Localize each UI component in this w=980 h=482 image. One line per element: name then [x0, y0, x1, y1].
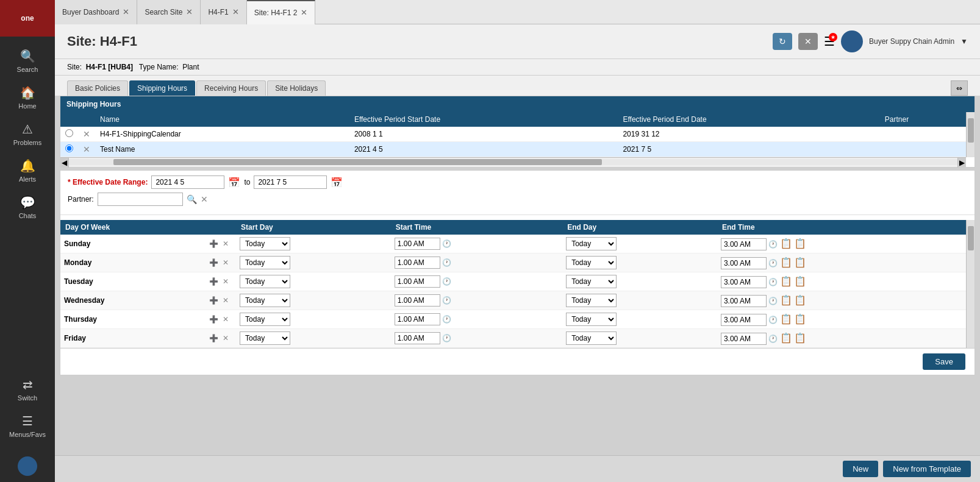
new-from-template-button[interactable]: New from Template — [883, 461, 971, 477]
partner-search-icon[interactable]: 🔍 — [187, 194, 197, 204]
dow-end-day-select[interactable]: TodayTomorrowYesterday — [566, 331, 617, 345]
new-button[interactable]: New — [843, 461, 878, 477]
tab-h4-f1[interactable]: H4-F1 ✕ — [201, 0, 246, 24]
sidebar-item-alerts[interactable]: 🔔 Alerts — [0, 152, 55, 189]
dow-copy-icon[interactable]: 📋 — [780, 276, 792, 286]
close-button[interactable]: ✕ — [798, 33, 818, 50]
tab-close-search-site[interactable]: ✕ — [186, 7, 193, 16]
dow-end-time-icon[interactable]: 🕐 — [768, 316, 778, 324]
tab-search-site[interactable]: Search Site ✕ — [137, 0, 201, 24]
sh-row-delete-icon[interactable]: ✕ — [83, 144, 90, 154]
scroll-left-btn[interactable]: ◀ — [60, 158, 69, 168]
dow-copy-icon[interactable]: 📋 — [780, 333, 792, 343]
dow-start-time-icon[interactable]: 🕐 — [442, 334, 451, 342]
eff-date-start[interactable] — [151, 175, 224, 189]
dow-start-day-select[interactable]: TodayTomorrowYesterday — [240, 256, 290, 269]
dow-start-time-input[interactable] — [395, 332, 440, 344]
sidebar-item-switch[interactable]: ⇄ Switch — [0, 371, 55, 408]
dow-start-time-input[interactable] — [395, 294, 440, 307]
dow-copy-icon[interactable]: 📋 — [780, 257, 792, 268]
sidebar-item-home[interactable]: 🏠 Home — [0, 79, 55, 116]
sidebar-item-menus-favs[interactable]: ☰ Menus/Favs — [0, 408, 55, 444]
dow-start-day-select[interactable]: TodayTomorrowYesterday — [240, 275, 290, 288]
sh-row-radio[interactable] — [65, 144, 73, 152]
partner-input[interactable] — [98, 193, 183, 206]
dow-add-icon[interactable]: ➕ — [209, 315, 218, 324]
sh-horizontal-scrollbar[interactable]: ◀ ▶ — [60, 157, 966, 167]
dow-start-day-select[interactable]: TodayTomorrowYesterday — [240, 313, 290, 326]
dow-vertical-scrollbar[interactable] — [966, 220, 975, 348]
sh-vertical-scrollbar[interactable] — [966, 112, 975, 157]
dow-delete-icon[interactable]: ✕ — [223, 258, 229, 267]
dow-paste-icon[interactable]: 📋 — [794, 333, 806, 343]
dow-paste-icon[interactable]: 📋 — [794, 238, 806, 249]
tab-site-h4-f1-2[interactable]: Site: H4-F1 2 ✕ — [247, 0, 316, 24]
sh-table-row[interactable]: ✕ H4-F1-ShippingCalendar 2008 1 1 2019 3… — [60, 127, 975, 142]
refresh-button[interactable]: ↻ — [773, 33, 792, 50]
dow-add-icon[interactable]: ➕ — [209, 258, 218, 267]
calendar-start-icon[interactable]: 📅 — [228, 177, 240, 188]
tab-buyer-dashboard[interactable]: Buyer Dashboard ✕ — [55, 0, 137, 24]
dow-end-time-icon[interactable]: 🕐 — [768, 259, 778, 268]
dow-add-icon[interactable]: ➕ — [209, 296, 218, 305]
user-dropdown-arrow[interactable]: ▼ — [960, 37, 968, 46]
dow-end-time-input[interactable] — [721, 276, 767, 288]
eff-date-end[interactable] — [254, 175, 327, 189]
dow-start-time-icon[interactable]: 🕐 — [442, 239, 451, 248]
dow-start-day-select[interactable]: TodayTomorrowYesterday — [240, 237, 290, 250]
dow-start-day-select[interactable]: TodayTomorrowYesterday — [240, 294, 290, 307]
tab-site-holidays[interactable]: Site Holidays — [267, 80, 326, 96]
sidebar-item-problems[interactable]: ⚠ Problems — [0, 116, 55, 152]
dow-delete-icon[interactable]: ✕ — [223, 315, 229, 324]
dow-end-day-select[interactable]: TodayTomorrowYesterday — [566, 313, 617, 326]
dow-end-day-select[interactable]: TodayTomorrowYesterday — [566, 237, 617, 250]
tab-close-h4-f1[interactable]: ✕ — [232, 7, 239, 16]
dow-delete-icon[interactable]: ✕ — [223, 239, 229, 248]
tab-basic-policies[interactable]: Basic Policies — [67, 80, 128, 96]
dow-end-time-input[interactable] — [721, 257, 767, 269]
tab-shipping-hours[interactable]: Shipping Hours — [129, 80, 195, 96]
dow-start-time-icon[interactable]: 🕐 — [442, 296, 451, 305]
dow-paste-icon[interactable]: 📋 — [794, 295, 806, 305]
dow-paste-icon[interactable]: 📋 — [794, 314, 806, 324]
save-button[interactable]: Save — [923, 353, 965, 370]
dow-start-day-select[interactable]: TodayTomorrowYesterday — [240, 331, 290, 345]
dow-start-time-input[interactable] — [395, 238, 440, 250]
dow-delete-icon[interactable]: ✕ — [223, 296, 229, 305]
dow-end-day-select[interactable]: TodayTomorrowYesterday — [566, 275, 617, 288]
dow-copy-icon[interactable]: 📋 — [780, 295, 792, 305]
dow-end-time-icon[interactable]: 🕐 — [768, 278, 778, 286]
dow-delete-icon[interactable]: ✕ — [223, 334, 229, 342]
scroll-right-btn[interactable]: ▶ — [957, 158, 966, 168]
dow-paste-icon[interactable]: 📋 — [794, 276, 806, 286]
sh-table-row[interactable]: ✕ Test Name 2021 4 5 2021 7 5 — [60, 142, 975, 157]
dow-add-icon[interactable]: ➕ — [209, 239, 218, 248]
sidebar-item-user-avatar-bottom[interactable] — [0, 450, 55, 482]
dow-delete-icon[interactable]: ✕ — [223, 277, 229, 286]
dow-end-time-icon[interactable]: 🕐 — [768, 240, 778, 249]
dow-paste-icon[interactable]: 📋 — [794, 257, 806, 268]
tab-close-buyer-dashboard[interactable]: ✕ — [123, 7, 129, 16]
dow-end-time-icon[interactable]: 🕐 — [768, 335, 778, 343]
dow-end-time-input[interactable] — [721, 295, 767, 307]
dow-start-time-icon[interactable]: 🕐 — [442, 277, 451, 286]
dow-copy-icon[interactable]: 📋 — [780, 238, 792, 249]
dow-end-time-input[interactable] — [721, 314, 767, 326]
sh-row-radio[interactable] — [65, 129, 73, 137]
dow-end-day-select[interactable]: TodayTomorrowYesterday — [566, 256, 617, 269]
dow-start-time-icon[interactable]: 🕐 — [442, 315, 451, 324]
dow-end-day-select[interactable]: TodayTomorrowYesterday — [566, 294, 617, 307]
dow-copy-icon[interactable]: 📋 — [780, 314, 792, 324]
dow-end-time-input[interactable] — [721, 333, 767, 345]
dow-start-time-input[interactable] — [395, 275, 440, 288]
tab-close-site-h4-f1-2[interactable]: ✕ — [301, 8, 307, 17]
dow-end-time-input[interactable] — [721, 238, 767, 250]
dow-start-time-input[interactable] — [395, 257, 440, 269]
dow-start-time-icon[interactable]: 🕐 — [442, 258, 451, 267]
sidebar-item-chats[interactable]: 💬 Chats — [0, 189, 55, 225]
calendar-end-icon[interactable]: 📅 — [331, 177, 343, 188]
sh-row-delete-icon[interactable]: ✕ — [83, 129, 90, 139]
tab-receiving-hours[interactable]: Receiving Hours — [196, 80, 266, 96]
dow-add-icon[interactable]: ➕ — [209, 334, 218, 342]
dow-start-time-input[interactable] — [395, 313, 440, 325]
